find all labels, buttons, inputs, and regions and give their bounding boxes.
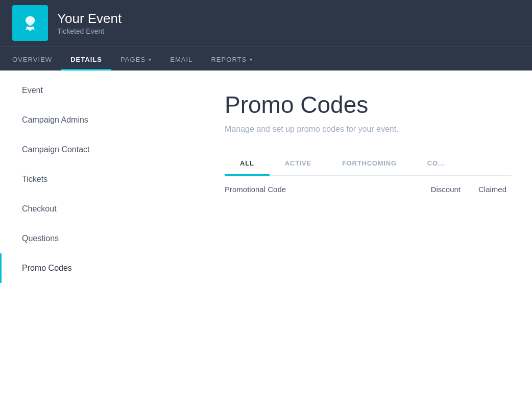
tab-more[interactable]: CO... <box>412 152 460 176</box>
sidebar-item-promo-codes[interactable]: Promo Codes <box>0 253 199 283</box>
sidebar-item-tickets[interactable]: Tickets <box>0 164 199 194</box>
page-title: Promo Codes <box>225 91 512 119</box>
col-promotional-code: Promotional Code <box>225 185 399 194</box>
main-nav: OVERVIEW DETAILS PAGES ▾ EMAIL REPORTS ▾ <box>0 46 532 70</box>
sidebar-item-event[interactable]: Event <box>0 76 199 105</box>
header-title-group: Your Event Ticketed Event <box>57 11 122 35</box>
sidebar-item-questions[interactable]: Questions <box>0 224 199 253</box>
promo-codes-table: Promotional Code Discount Claimed <box>225 176 512 201</box>
col-discount: Discount <box>399 185 461 194</box>
nav-reports[interactable]: REPORTS ▾ <box>202 56 262 70</box>
pages-chevron-icon: ▾ <box>149 57 152 62</box>
promo-tabs: ALL ACTIVE FORTHCOMING CO... <box>225 152 512 176</box>
sidebar-item-checkout[interactable]: Checkout <box>0 194 199 224</box>
page-subtitle: Manage and set up promo codes for your e… <box>225 125 512 134</box>
header: Your Event Ticketed Event <box>0 0 532 46</box>
sidebar: Event Campaign Admins Campaign Contact T… <box>0 70 199 400</box>
content-wrapper: Event Campaign Admins Campaign Contact T… <box>0 70 532 400</box>
nav-details[interactable]: DETAILS <box>61 56 111 70</box>
col-claimed: Claimed <box>461 185 512 194</box>
tab-all[interactable]: ALL <box>225 152 270 176</box>
table-header-row: Promotional Code Discount Claimed <box>225 176 512 201</box>
reports-chevron-icon: ▾ <box>250 57 253 62</box>
event-subtitle: Ticketed Event <box>57 27 122 35</box>
nav-overview[interactable]: OVERVIEW <box>12 56 61 70</box>
event-logo <box>12 5 48 41</box>
main-content: Promo Codes Manage and set up promo code… <box>199 70 532 400</box>
sidebar-item-campaign-contact[interactable]: Campaign Contact <box>0 135 199 164</box>
tab-active[interactable]: ACTIVE <box>270 152 327 176</box>
tab-forthcoming[interactable]: FORTHCOMING <box>327 152 412 176</box>
nav-pages[interactable]: PAGES ▾ <box>111 56 161 70</box>
event-title: Your Event <box>57 11 122 27</box>
nav-email[interactable]: EMAIL <box>161 56 202 70</box>
sidebar-item-campaign-admins[interactable]: Campaign Admins <box>0 105 199 135</box>
